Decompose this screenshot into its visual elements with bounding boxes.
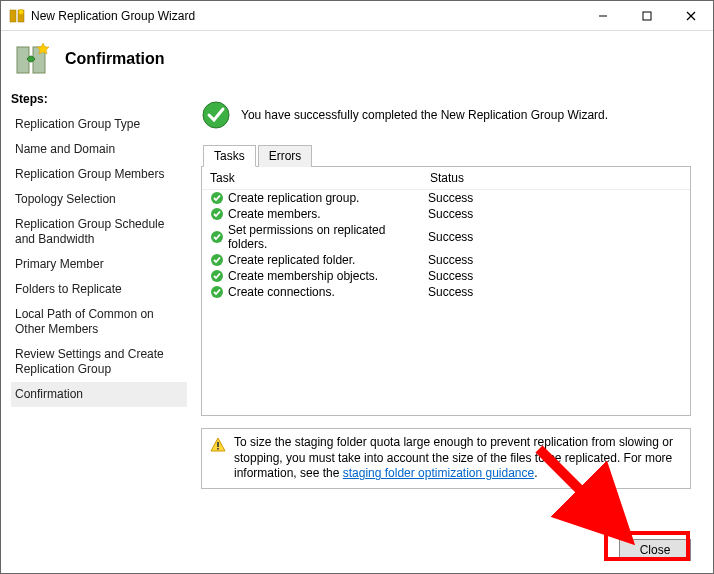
task-name: Set permissions on replicated folders. xyxy=(228,223,428,251)
app-icon xyxy=(9,8,25,24)
task-name: Create membership objects. xyxy=(228,269,428,283)
task-name: Create members. xyxy=(228,207,428,221)
svg-rect-0 xyxy=(10,10,16,22)
task-row: Create replicated folder.Success xyxy=(202,252,690,268)
tab-strip: Tasks Errors xyxy=(203,144,691,166)
task-row: Create members.Success xyxy=(202,206,690,222)
info-note: To size the staging folder quota large e… xyxy=(201,428,691,489)
close-button[interactable]: Close xyxy=(619,539,691,561)
tab-errors[interactable]: Errors xyxy=(258,145,313,167)
wizard-header: Confirmation xyxy=(1,31,713,86)
task-status: Success xyxy=(428,207,682,221)
tab-tasks[interactable]: Tasks xyxy=(203,145,256,167)
task-name: Create replicated folder. xyxy=(228,253,428,267)
warning-icon xyxy=(210,437,226,453)
sidebar-step[interactable]: Replication Group Type xyxy=(11,112,187,137)
success-check-icon xyxy=(210,285,224,299)
sidebar-step[interactable]: Local Path of Common on Other Members xyxy=(11,302,187,342)
svg-rect-4 xyxy=(643,12,651,20)
sidebar-step[interactable]: Confirmation xyxy=(11,382,187,407)
sidebar-step[interactable]: Replication Group Members xyxy=(11,162,187,187)
success-check-icon xyxy=(210,253,224,267)
window-controls xyxy=(581,1,713,30)
task-name: Create connections. xyxy=(228,285,428,299)
maximize-button[interactable] xyxy=(625,1,669,30)
window-title: New Replication Group Wizard xyxy=(31,9,581,23)
task-row: Create replication group.Success xyxy=(202,190,690,206)
svg-rect-16 xyxy=(217,442,219,447)
button-row: Close xyxy=(619,539,691,561)
svg-point-9 xyxy=(203,102,229,128)
note-link[interactable]: staging folder optimization guidance xyxy=(343,466,534,480)
task-status: Success xyxy=(428,269,682,283)
success-check-icon xyxy=(210,191,224,205)
success-check-icon xyxy=(210,207,224,221)
task-name: Create replication group. xyxy=(228,191,428,205)
col-header-status: Status xyxy=(430,171,682,185)
steps-label: Steps: xyxy=(11,92,187,106)
success-message: You have successfully completed the New … xyxy=(241,108,608,122)
success-row: You have successfully completed the New … xyxy=(201,100,691,130)
note-text: To size the staging folder quota large e… xyxy=(234,435,682,482)
steps-sidebar: Steps: Replication Group TypeName and Do… xyxy=(1,86,191,573)
success-check-icon xyxy=(210,230,224,244)
note-after: . xyxy=(534,466,537,480)
wizard-icon xyxy=(13,39,53,79)
task-row: Set permissions on replicated folders.Su… xyxy=(202,222,690,252)
sidebar-step[interactable]: Folders to Replicate xyxy=(11,277,187,302)
col-header-task: Task xyxy=(210,171,430,185)
titlebar: New Replication Group Wizard xyxy=(1,1,713,31)
sidebar-step[interactable]: Review Settings and Create Replication G… xyxy=(11,342,187,382)
sidebar-step[interactable]: Replication Group Schedule and Bandwidth xyxy=(11,212,187,252)
main-panel: You have successfully completed the New … xyxy=(191,86,713,573)
task-status: Success xyxy=(428,253,682,267)
sidebar-step[interactable]: Name and Domain xyxy=(11,137,187,162)
sidebar-step[interactable]: Primary Member xyxy=(11,252,187,277)
close-window-button[interactable] xyxy=(669,1,713,30)
page-title: Confirmation xyxy=(65,50,165,68)
task-row: Create connections.Success xyxy=(202,284,690,300)
success-check-icon xyxy=(210,269,224,283)
task-status: Success xyxy=(428,191,682,205)
minimize-button[interactable] xyxy=(581,1,625,30)
task-status: Success xyxy=(428,285,682,299)
tasks-panel: Task Status Create replication group.Suc… xyxy=(201,166,691,416)
success-check-icon xyxy=(201,100,231,130)
task-row: Create membership objects.Success xyxy=(202,268,690,284)
svg-point-2 xyxy=(19,9,24,14)
task-table-header: Task Status xyxy=(202,167,690,190)
task-status: Success xyxy=(428,230,682,244)
svg-rect-17 xyxy=(217,448,219,450)
sidebar-step[interactable]: Topology Selection xyxy=(11,187,187,212)
